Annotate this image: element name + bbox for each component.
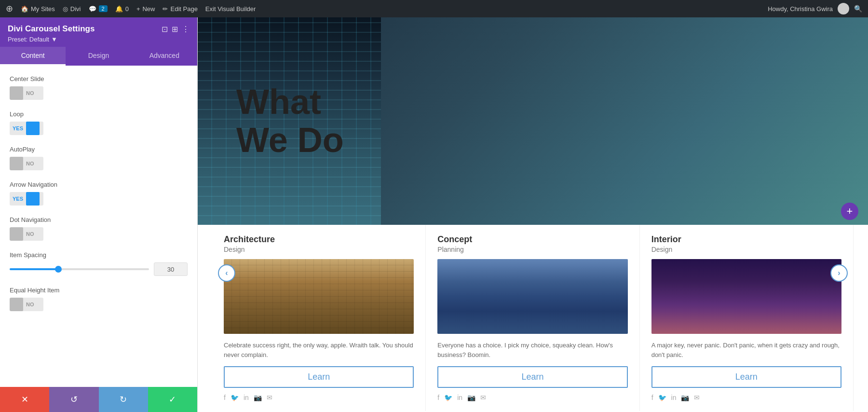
comments-count: 2 — [99, 5, 108, 12]
center-slide-knob — [10, 86, 23, 100]
card-item-interior: Interior Design A major key, never panic… — [640, 225, 854, 411]
check-icon: ✓ — [169, 394, 176, 405]
chevron-down-icon: ▼ — [51, 36, 57, 43]
arch-building-image — [224, 259, 414, 334]
autoplay-value: NO — [23, 157, 37, 170]
email-icon-3[interactable]: ✉ — [694, 394, 700, 401]
facebook-icon-2[interactable]: f — [437, 394, 439, 401]
loop-setting: Loop YES — [10, 110, 188, 135]
learn-button-1[interactable]: Learn — [224, 366, 414, 388]
divi-menu[interactable]: ◎ Divi — [63, 5, 81, 13]
arrow-nav-label: Arrow Navigation — [10, 181, 188, 188]
panel-menu-icon[interactable]: ⋮ — [182, 25, 190, 34]
learn-button-2[interactable]: Learn — [437, 366, 627, 388]
plus-icon: + — [136, 5, 140, 13]
dot-nav-knob — [10, 227, 23, 241]
loop-knob — [26, 122, 40, 135]
panel-screen-icon[interactable]: ⊡ — [162, 25, 168, 34]
instagram-icon-3[interactable]: 📷 — [681, 394, 689, 401]
equal-height-label: Equal Height Item — [10, 287, 188, 294]
carousel-section: ‹ Architecture Design Celebrate success … — [198, 225, 868, 411]
center-slide-label: Center Slide — [10, 75, 188, 82]
comments-menu[interactable]: 💬 2 — [89, 5, 108, 13]
card-desc-3: A major key, never panic. Don't panic, w… — [651, 341, 841, 359]
exit-builder-btn[interactable]: Exit Visual Builder — [205, 5, 256, 13]
loop-value: YES — [10, 122, 26, 135]
arrow-nav-value: YES — [10, 192, 26, 206]
item-spacing-label: Item Spacing — [10, 251, 188, 259]
equal-height-value: NO — [23, 298, 37, 311]
item-spacing-thumb[interactable] — [55, 266, 62, 273]
card-desc-1: Celebrate success right, the only way, a… — [224, 341, 414, 359]
autoplay-toggle[interactable]: NO — [10, 157, 43, 170]
social-icons-3: f 🐦 in 📷 ✉ — [651, 394, 841, 401]
item-spacing-track[interactable] — [10, 268, 149, 270]
interior-building-image — [651, 259, 841, 334]
save-button[interactable]: ✓ — [148, 387, 197, 412]
twitter-icon-3[interactable]: 🐦 — [658, 394, 666, 401]
my-sites-menu[interactable]: 🏠 My Sites — [21, 5, 55, 13]
learn-button-3[interactable]: Learn — [651, 366, 841, 388]
equal-height-setting: Equal Height Item NO — [10, 287, 188, 311]
facebook-icon-1[interactable]: f — [224, 394, 226, 401]
loop-toggle[interactable]: YES — [10, 122, 43, 135]
redo-button[interactable]: ↻ — [99, 387, 148, 412]
carousel-next-arrow[interactable]: › — [830, 264, 848, 282]
hero-text: What We Do — [236, 83, 344, 159]
panel-grid-icon[interactable]: ⊞ — [172, 25, 178, 34]
settings-panel: Divi Carousel Settings ⊡ ⊞ ⋮ Preset: Def… — [0, 17, 198, 412]
item-spacing-value[interactable]: 30 — [154, 262, 188, 276]
facebook-icon-3[interactable]: f — [651, 394, 653, 401]
twitter-icon-1[interactable]: 🐦 — [231, 394, 239, 401]
autoplay-setting: AutoPlay NO — [10, 146, 188, 170]
center-slide-toggle[interactable]: NO — [10, 86, 43, 100]
panel-preset[interactable]: Preset: Default ▼ — [8, 36, 190, 43]
dot-nav-toggle[interactable]: NO — [10, 227, 43, 241]
instagram-icon-1[interactable]: 📷 — [254, 394, 262, 401]
divi-icon: ◎ — [63, 5, 68, 13]
email-icon-1[interactable]: ✉ — [267, 394, 272, 401]
arrow-nav-knob — [26, 192, 40, 206]
carousel-prev-arrow[interactable]: ‹ — [218, 264, 235, 282]
equal-height-toggle[interactable]: NO — [10, 298, 43, 311]
notifications-menu[interactable]: 🔔 0 — [115, 5, 129, 13]
undo-icon: ↺ — [70, 394, 78, 405]
card-category-2: Concept — [437, 234, 627, 245]
instagram-icon-2[interactable]: 📷 — [467, 394, 475, 401]
panel-header: Divi Carousel Settings ⊡ ⊞ ⋮ Preset: Def… — [0, 17, 197, 47]
linkedin-icon-3[interactable]: in — [671, 394, 677, 401]
linkedin-icon-2[interactable]: in — [457, 394, 462, 401]
new-menu[interactable]: + New — [136, 5, 155, 13]
arrow-nav-toggle[interactable]: YES — [10, 192, 43, 206]
autoplay-label: AutoPlay — [10, 146, 188, 153]
add-section-button[interactable]: + — [841, 203, 858, 220]
wp-logo-icon[interactable]: ⊕ — [6, 3, 13, 14]
card-item-architecture: Architecture Design Celebrate success ri… — [212, 225, 426, 411]
page-content: What We Do + ‹ Architecture Design Celeb… — [198, 17, 868, 412]
email-icon-2[interactable]: ✉ — [480, 394, 486, 401]
item-spacing-setting: Item Spacing 30 — [10, 251, 188, 276]
card-sub-2: Planning — [437, 246, 627, 253]
pencil-icon: ✏ — [163, 5, 168, 13]
undo-button[interactable]: ↺ — [49, 387, 98, 412]
loop-label: Loop — [10, 110, 188, 118]
edit-page-btn[interactable]: ✏ Edit Page — [163, 5, 197, 13]
card-category-1: Architecture — [224, 234, 414, 245]
center-slide-setting: Center Slide NO — [10, 75, 188, 100]
tab-design[interactable]: Design — [66, 47, 131, 66]
admin-bar-right: Howdy, Christina Gwira 🔍 — [768, 3, 862, 14]
search-icon[interactable]: 🔍 — [854, 5, 862, 13]
twitter-icon-2[interactable]: 🐦 — [444, 394, 452, 401]
arrow-nav-setting: Arrow Navigation YES — [10, 181, 188, 206]
cards-container: Architecture Design Celebrate success ri… — [212, 225, 854, 411]
panel-content: Center Slide NO Loop YES AutoPlay — [0, 66, 197, 387]
tab-advanced[interactable]: Advanced — [132, 47, 197, 66]
dot-nav-value: NO — [23, 227, 37, 241]
tab-content[interactable]: Content — [0, 47, 66, 66]
cancel-button[interactable]: ✕ — [0, 387, 49, 412]
card-sub-3: Design — [651, 246, 841, 253]
linkedin-icon-1[interactable]: in — [244, 394, 249, 401]
panel-bottom-bar: ✕ ↺ ↻ ✓ — [0, 387, 197, 412]
card-desc-2: Everyone has a choice. I pick my choice,… — [437, 341, 627, 359]
dot-nav-setting: Dot Navigation NO — [10, 216, 188, 241]
